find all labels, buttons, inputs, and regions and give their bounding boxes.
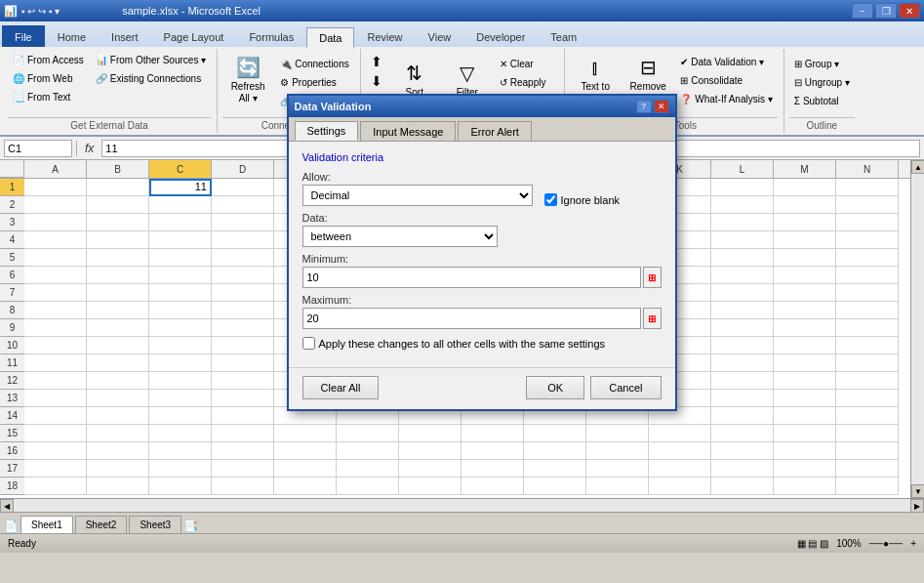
list-item[interactable] <box>399 460 462 478</box>
sort-asc-button[interactable]: ⬆ <box>366 53 387 70</box>
list-item[interactable] <box>711 442 774 460</box>
ignore-blank-checkbox[interactable] <box>544 193 557 206</box>
list-item[interactable] <box>87 425 149 442</box>
list-item[interactable] <box>24 442 87 460</box>
list-item[interactable] <box>87 337 149 354</box>
list-item[interactable] <box>774 179 836 196</box>
list-item[interactable] <box>649 425 711 442</box>
list-item[interactable] <box>711 478 774 495</box>
row-header[interactable]: 11 <box>0 354 24 372</box>
list-item[interactable] <box>711 425 774 442</box>
clear-all-button[interactable]: Clear All <box>302 376 380 399</box>
list-item[interactable] <box>149 407 212 425</box>
list-item[interactable] <box>212 460 274 478</box>
cancel-button[interactable]: Cancel <box>590 376 661 399</box>
list-item[interactable] <box>462 442 524 460</box>
list-item[interactable] <box>524 460 586 478</box>
connections-button[interactable]: 🔌 Connections <box>275 55 354 72</box>
list-item[interactable] <box>87 284 149 302</box>
list-item[interactable] <box>711 214 774 231</box>
list-item[interactable] <box>836 231 899 249</box>
from-access-button[interactable]: 📄 From Access <box>8 51 89 68</box>
name-box[interactable]: C1 <box>4 140 72 157</box>
list-item[interactable] <box>87 249 149 267</box>
tab-developer[interactable]: Developer <box>463 25 538 47</box>
dialog-tab-input-message[interactable]: Input Message <box>360 121 456 141</box>
what-if-button[interactable]: ❓ What-If Analysis ▾ <box>675 90 777 107</box>
minimum-cell-ref-button[interactable]: ⊞ <box>643 267 662 288</box>
list-item[interactable] <box>836 302 899 319</box>
list-item[interactable] <box>212 302 274 319</box>
list-item[interactable] <box>774 390 836 407</box>
list-item[interactable] <box>774 460 836 478</box>
list-item[interactable] <box>836 425 899 442</box>
tab-file[interactable]: File <box>2 25 45 47</box>
allow-select[interactable]: Decimal <box>302 185 533 206</box>
list-item[interactable] <box>212 442 274 460</box>
list-item[interactable] <box>586 425 649 442</box>
list-item[interactable] <box>337 460 399 478</box>
row-header[interactable]: 18 <box>0 478 24 495</box>
list-item[interactable] <box>149 302 212 319</box>
list-item[interactable] <box>774 425 836 442</box>
sheet-tab-sheet1[interactable]: Sheet1 <box>20 516 73 533</box>
row-header[interactable]: 14 <box>0 407 24 425</box>
list-item[interactable] <box>212 319 274 337</box>
list-item[interactable] <box>774 372 836 390</box>
list-item[interactable] <box>337 442 399 460</box>
list-item[interactable] <box>24 302 87 319</box>
dialog-tab-error-alert[interactable]: Error Alert <box>458 121 532 141</box>
list-item[interactable] <box>24 284 87 302</box>
list-item[interactable] <box>274 460 337 478</box>
list-item[interactable] <box>836 284 899 302</box>
consolidate-button[interactable]: ⊞ Consolidate <box>675 71 777 89</box>
list-item[interactable] <box>24 354 87 372</box>
row-header[interactable]: 13 <box>0 390 24 407</box>
list-item[interactable] <box>774 267 836 284</box>
list-item[interactable] <box>774 478 836 495</box>
list-item[interactable] <box>212 179 274 196</box>
list-item[interactable] <box>87 442 149 460</box>
row-header[interactable]: 4 <box>0 231 24 249</box>
tab-formulas[interactable]: Formulas <box>236 25 306 47</box>
col-header-l[interactable]: L <box>711 160 774 178</box>
tab-view[interactable]: View <box>416 25 464 47</box>
tab-review[interactable]: Review <box>354 25 415 47</box>
list-item[interactable] <box>149 249 212 267</box>
row-header[interactable]: 17 <box>0 460 24 478</box>
list-item[interactable] <box>711 249 774 267</box>
list-item[interactable] <box>24 179 87 196</box>
subtotal-button[interactable]: Σ Subtotal <box>789 92 855 109</box>
list-item[interactable] <box>774 354 836 372</box>
tab-page-layout[interactable]: Page Layout <box>151 25 237 47</box>
scroll-right-button[interactable]: ▶ <box>910 499 924 512</box>
list-item[interactable] <box>711 319 774 337</box>
list-item[interactable] <box>711 284 774 302</box>
list-item[interactable] <box>836 460 899 478</box>
list-item[interactable] <box>462 478 524 495</box>
list-item[interactable] <box>711 179 774 196</box>
dialog-help-button[interactable]: ? <box>636 100 652 113</box>
maximum-cell-ref-button[interactable]: ⊞ <box>643 308 662 329</box>
list-item[interactable] <box>836 196 899 214</box>
list-item[interactable] <box>149 390 212 407</box>
list-item[interactable] <box>87 407 149 425</box>
list-item[interactable] <box>24 425 87 442</box>
list-item[interactable] <box>87 179 149 196</box>
list-item[interactable] <box>462 460 524 478</box>
from-text-button[interactable]: 📃 From Text <box>8 88 89 105</box>
list-item[interactable] <box>87 231 149 249</box>
list-item[interactable] <box>711 407 774 425</box>
row-header[interactable]: 2 <box>0 196 24 214</box>
row-header[interactable]: 6 <box>0 267 24 284</box>
list-item[interactable] <box>711 390 774 407</box>
list-item[interactable] <box>836 249 899 267</box>
vertical-scrollbar[interactable]: ▲ ▼ <box>910 160 924 498</box>
refresh-all-button[interactable]: 🔄 RefreshAll ▾ <box>222 51 273 109</box>
list-item[interactable] <box>212 196 274 214</box>
list-item[interactable] <box>149 319 212 337</box>
existing-connections-button[interactable]: 🔗 Existing Connections <box>91 69 211 87</box>
row-header[interactable]: 10 <box>0 337 24 354</box>
list-item[interactable] <box>24 460 87 478</box>
list-item[interactable] <box>149 460 212 478</box>
